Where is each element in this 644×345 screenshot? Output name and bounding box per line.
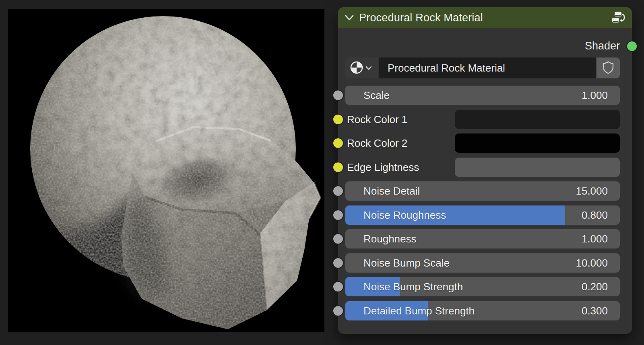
slider-label: Roughness xyxy=(363,229,417,248)
noise-bump-scale-input-socket[interactable] xyxy=(332,257,344,269)
render-preview xyxy=(8,9,324,332)
slider-value: 10.000 xyxy=(576,253,608,273)
color-input-label: Edge Lightness xyxy=(347,158,419,177)
color-input-label: Rock Color 1 xyxy=(347,110,407,129)
rock-color-2-color-swatch[interactable] xyxy=(455,133,620,153)
input-row-rock-color-2: Rock Color 2 xyxy=(345,133,620,153)
slider-label: Noise Roughness xyxy=(363,205,446,225)
detailed-bump-strength-input-socket[interactable] xyxy=(332,305,344,316)
noise-bump-scale-slider[interactable]: Noise Bump Scale10.000 xyxy=(345,253,620,273)
slider-label: Noise Detail xyxy=(363,181,420,201)
input-row-noise-bump-strength: Noise Bump Strength0.200 xyxy=(345,277,620,296)
node-group-panel: Procedural Rock Material Shader xyxy=(338,7,632,334)
slider-value: 0.200 xyxy=(582,277,608,296)
noise-detail-slider[interactable]: Noise Detail15.000 xyxy=(345,181,620,201)
roughness-slider[interactable]: Roughness1.000 xyxy=(345,229,620,248)
slider-value: 0.800 xyxy=(582,205,608,225)
slider-value: 0.300 xyxy=(582,301,608,320)
input-row-noise-roughness: Noise Roughness0.800 xyxy=(345,205,620,225)
input-row-detailed-bump-strength: Detailed Bump Strength0.300 xyxy=(345,301,620,320)
slider-label: Noise Bump Scale xyxy=(363,253,450,273)
slider-value: 1.000 xyxy=(582,229,608,248)
slider-label: Noise Bump Strength xyxy=(363,277,463,296)
scale-slider[interactable]: Scale1.000 xyxy=(345,86,620,105)
edge-lightness-input-socket[interactable] xyxy=(332,162,344,173)
input-row-edge-lightness: Edge Lightness xyxy=(345,158,620,177)
rock-color-1-color-swatch[interactable] xyxy=(455,110,620,129)
slider-label: Detailed Bump Strength xyxy=(363,301,475,320)
input-row-rock-color-1: Rock Color 1 xyxy=(345,110,620,129)
slider-value: 1.000 xyxy=(582,86,608,105)
noise-detail-input-socket[interactable] xyxy=(332,185,344,197)
noise-roughness-input-socket[interactable] xyxy=(332,209,344,221)
edge-lightness-color-swatch[interactable] xyxy=(455,158,620,177)
input-row-roughness: Roughness1.000 xyxy=(345,229,620,248)
roughness-input-socket[interactable] xyxy=(332,233,344,244)
noise-bump-strength-slider[interactable]: Noise Bump Strength0.200 xyxy=(345,277,620,296)
input-row-noise-bump-scale: Noise Bump Scale10.000 xyxy=(345,253,620,273)
input-row-noise-detail: Noise Detail15.000 xyxy=(345,181,620,201)
input-row-scale: Scale1.000 xyxy=(345,86,620,105)
rock-color-1-input-socket[interactable] xyxy=(332,114,344,125)
detailed-bump-strength-slider[interactable]: Detailed Bump Strength0.300 xyxy=(345,301,620,320)
slider-label: Scale xyxy=(363,86,390,105)
node-inputs: Scale1.000Rock Color 1Rock Color 2Edge L… xyxy=(338,7,632,334)
blender-node-editor: Procedural Rock Material Shader xyxy=(0,0,644,345)
color-input-label: Rock Color 2 xyxy=(347,133,407,153)
rock-render-image xyxy=(8,9,324,332)
slider-value: 15.000 xyxy=(576,181,608,201)
noise-bump-strength-input-socket[interactable] xyxy=(332,281,344,292)
rock-color-2-input-socket[interactable] xyxy=(332,138,344,149)
noise-roughness-slider[interactable]: Noise Roughness0.800 xyxy=(345,205,620,225)
scale-input-socket[interactable] xyxy=(332,90,344,101)
